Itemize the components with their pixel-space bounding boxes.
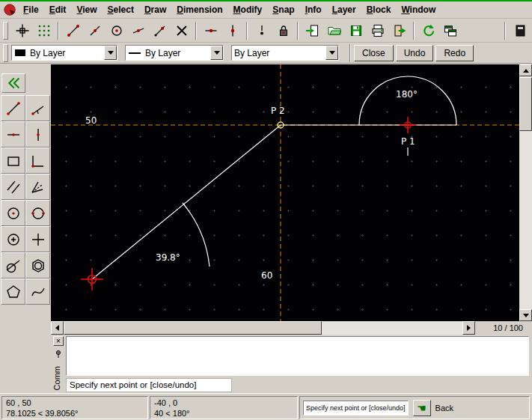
- separator: [195, 22, 197, 40]
- horizontal-scroll-thumb[interactable]: [64, 321, 322, 335]
- tool-palette: [0, 64, 51, 393]
- redraw-icon[interactable]: [418, 20, 438, 40]
- scroll-down-button[interactable]: [519, 309, 532, 321]
- line-2-points-icon[interactable]: [1, 95, 25, 121]
- rectangle-icon[interactable]: [1, 147, 25, 174]
- windows-icon[interactable]: [440, 20, 460, 40]
- menu-window[interactable]: Window: [396, 3, 441, 16]
- close-icon[interactable]: ×: [53, 336, 64, 346]
- color-combo-value: By Layer: [28, 48, 104, 58]
- close-drawing-icon[interactable]: [389, 20, 409, 40]
- close-button[interactable]: Close: [354, 45, 394, 61]
- pin-icon[interactable]: [54, 348, 63, 357]
- line-tangent-icon[interactable]: [1, 252, 25, 279]
- application-window: File Edit View Select Draw Dimension Mod…: [0, 0, 532, 420]
- crosshair-icon[interactable]: [12, 20, 32, 40]
- main-toolbar: [0, 19, 532, 43]
- vertical-scrollbar[interactable]: [519, 64, 532, 321]
- line-parallel-icon[interactable]: [1, 174, 25, 200]
- menu-file[interactable]: File: [18, 3, 44, 16]
- snap-middle-icon[interactable]: [85, 20, 105, 40]
- line-type-combo[interactable]: By Layer: [231, 45, 339, 61]
- line-bisector-icon[interactable]: [25, 174, 50, 200]
- snap-endpoint-icon[interactable]: [63, 20, 83, 40]
- menu-modify[interactable]: Modify: [228, 3, 268, 16]
- menu-select[interactable]: Select: [103, 3, 139, 16]
- snap-intersection-icon[interactable]: [171, 20, 192, 40]
- horizontal-scrollbar[interactable]: [51, 321, 475, 335]
- restrict-horizontal-icon[interactable]: [201, 20, 221, 40]
- separator: [504, 22, 506, 40]
- new-drawing-icon[interactable]: [302, 20, 322, 40]
- menu-info[interactable]: Info: [300, 3, 327, 16]
- line-vertical-icon[interactable]: [25, 121, 50, 147]
- color-swatch-icon: [15, 49, 25, 56]
- hand-icon: ☚: [417, 402, 426, 414]
- point-markers: [81, 117, 416, 290]
- polygon-inscribed-icon[interactable]: [25, 252, 50, 279]
- undo-button[interactable]: Undo: [396, 45, 434, 61]
- polygon-icon[interactable]: [1, 279, 25, 305]
- line-angle-icon[interactable]: [25, 95, 50, 121]
- circle-center-point-icon[interactable]: [1, 200, 25, 226]
- dock-icon[interactable]: [510, 20, 530, 40]
- vertical-scroll-thumb[interactable]: [519, 77, 532, 131]
- line-orthogonal-icon[interactable]: [25, 147, 50, 174]
- spline-icon[interactable]: [25, 279, 50, 305]
- snap-center-icon[interactable]: [106, 20, 126, 40]
- page-indicator: 10 / 100: [475, 321, 532, 335]
- back-icon[interactable]: [1, 73, 25, 93]
- chevron-down-icon[interactable]: [104, 46, 117, 60]
- print-drawing-icon[interactable]: [367, 20, 388, 40]
- menu-layer[interactable]: Layer: [327, 3, 361, 16]
- menu-bar: File Edit View Select Draw Dimension Mod…: [0, 1, 532, 19]
- menu-snap[interactable]: Snap: [267, 3, 299, 16]
- menu-draw[interactable]: Draw: [139, 3, 171, 16]
- snap-coordinate-icon[interactable]: [251, 20, 272, 40]
- chevron-down-icon[interactable]: [325, 46, 338, 60]
- grid-points-icon[interactable]: [34, 20, 54, 40]
- chevron-down-icon[interactable]: [210, 46, 223, 60]
- open-drawing-icon[interactable]: [324, 20, 344, 40]
- mouse-hint-panel: Specify next point or [close/undo] ☚ Bac…: [299, 396, 530, 419]
- command-history[interactable]: [66, 336, 529, 376]
- command-tab-label[interactable]: Comm: [52, 366, 61, 390]
- line-type-combo-value: By Layer: [232, 48, 325, 58]
- hand-button[interactable]: ☚: [413, 400, 431, 416]
- redo-button[interactable]: Redo: [435, 45, 474, 61]
- line-width-combo[interactable]: By Layer: [125, 45, 224, 61]
- drawing-canvas[interactable]: 50 P 2 P 1 180° 60 39.8°: [51, 64, 519, 321]
- lock-relative-zero-icon[interactable]: [273, 20, 293, 40]
- circle-center-radius-icon[interactable]: [1, 226, 25, 252]
- color-combo[interactable]: By Layer: [11, 45, 117, 61]
- command-prompt[interactable]: Specify next point or [close/undo]: [66, 378, 232, 392]
- scroll-up-button[interactable]: [519, 64, 532, 76]
- angle-label-39: 39.8°: [156, 252, 180, 263]
- toolbar-grip[interactable]: [3, 22, 8, 40]
- command-panel-tab: × Comm: [51, 335, 66, 393]
- menu-dimension[interactable]: Dimension: [171, 3, 227, 16]
- snap-on-entity-icon[interactable]: [128, 20, 148, 40]
- menu-view[interactable]: View: [71, 3, 102, 16]
- line-horizontal-icon[interactable]: [1, 121, 25, 147]
- circle-2-points-icon[interactable]: [25, 200, 50, 226]
- menu-block[interactable]: Block: [361, 3, 397, 16]
- menu-edit[interactable]: Edit: [44, 3, 72, 16]
- save-drawing-icon[interactable]: [346, 20, 366, 40]
- relative-polar: 40 < 180°: [154, 408, 293, 419]
- separator: [413, 22, 415, 40]
- toolbar-grip[interactable]: [3, 44, 8, 62]
- absolute-polar: 78.1025 < 39.8056°: [6, 408, 144, 419]
- line-width-combo-value: By Layer: [143, 48, 210, 58]
- separator: [246, 22, 248, 40]
- mouse-hint-text: Specify next point or [close/undo]: [303, 401, 409, 416]
- back-label: Back: [435, 403, 453, 413]
- status-bar: 60 , 50 78.1025 < 39.8056° -40 , 0 40 < …: [0, 393, 532, 420]
- scroll-left-button[interactable]: [51, 321, 64, 335]
- scroll-right-button[interactable]: [462, 321, 475, 335]
- separator: [58, 22, 59, 40]
- restrict-vertical-icon[interactable]: [222, 20, 242, 40]
- snap-distance-icon[interactable]: [150, 20, 170, 40]
- point-icon[interactable]: [25, 226, 50, 252]
- point-label-p2: P 2: [271, 106, 285, 116]
